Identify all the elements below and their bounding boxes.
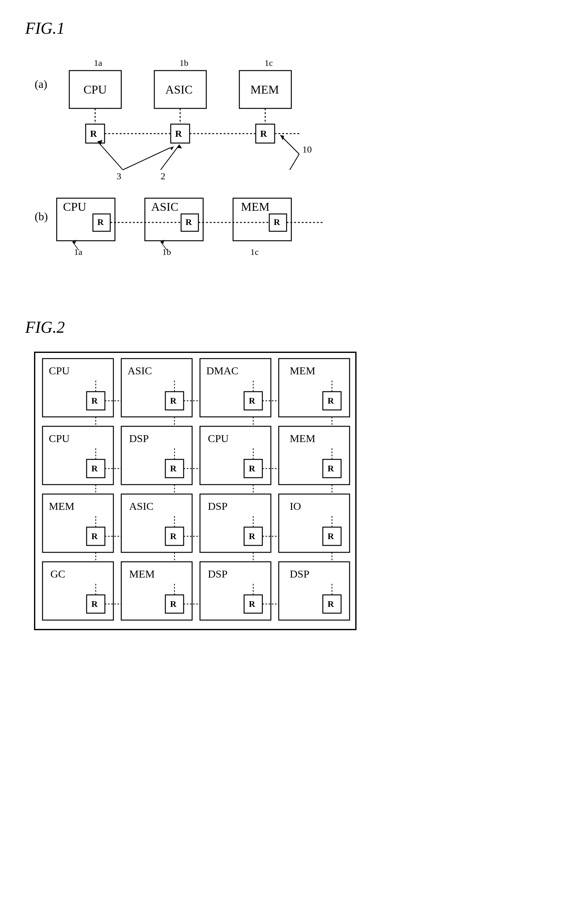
label-3-0: GC (51, 568, 65, 580)
r-label-2-3: R (327, 531, 334, 541)
label-2-2: DSP (208, 500, 227, 512)
label-0-0: CPU (49, 365, 70, 377)
arrow-3-head2 (170, 146, 174, 150)
fig1: FIG.1 (a) 1a 1b 1c CPU ASIC MEM R R (25, 19, 563, 293)
arrow-3-line1 (98, 141, 123, 170)
label-1b-bottom: 1b (162, 247, 171, 257)
label-2-0: MEM (49, 500, 74, 512)
fig2-title: FIG.2 (25, 318, 563, 337)
r-label-1-2: R (249, 463, 255, 473)
asic-label-a: ASIC (165, 83, 193, 96)
fig1-diagram: (a) 1a 1b 1c CPU ASIC MEM R R R (25, 47, 403, 293)
label-0-2: DMAC (206, 365, 238, 377)
label-1-2: CPU (208, 433, 229, 444)
arrow-2-line (161, 145, 180, 170)
r-label-3-1: R (170, 599, 177, 609)
fig1-title: FIG.1 (25, 19, 563, 37)
label-3-3: DSP (290, 568, 309, 580)
label-2-3: IO (290, 500, 301, 512)
label-0-3: MEM (290, 365, 315, 377)
fig2: FIG.2 CPU R ASIC R DMAC R (25, 318, 563, 636)
r-label-3-3: R (327, 599, 334, 609)
r-mem-label-b: R (274, 217, 280, 227)
r-label-3-2: R (249, 599, 255, 609)
r-cpu-label-a: R (90, 128, 97, 138)
label-1-3: MEM (290, 433, 315, 444)
label-0-1: ASIC (127, 365, 152, 377)
r-label-0-0: R (91, 396, 98, 406)
label-1-1: DSP (129, 433, 149, 444)
label-1b-top: 1b (180, 58, 188, 68)
label-1c-top: 1c (264, 58, 273, 68)
r-label-2-1: R (170, 531, 177, 541)
fig2-diagram: CPU R ASIC R DMAC R MEM R (25, 346, 372, 636)
label-10: 10 (302, 144, 312, 154)
r-asic-label-b: R (186, 217, 192, 227)
label-2: 2 (161, 171, 165, 181)
asic-label-b: ASIC (151, 200, 178, 213)
r-mem-label-a: R (260, 128, 267, 138)
r-label-3-0: R (91, 599, 98, 609)
r-cpu-label-b: R (97, 217, 104, 227)
arrow-10-head1 (280, 135, 284, 140)
r-label-1-0: R (91, 463, 98, 473)
r-label-2-0: R (91, 531, 98, 541)
r-label-1-1: R (170, 463, 177, 473)
arrow-10-line2 (290, 154, 299, 170)
label-2-1: ASIC (129, 500, 154, 512)
r-label-0-3: R (327, 396, 334, 406)
r-asic-label-a: R (175, 128, 182, 138)
r-label-0-1: R (170, 396, 177, 406)
label-3: 3 (117, 171, 121, 181)
label-3-1: MEM (129, 568, 155, 580)
fig1-section-b-label: (b) (35, 210, 48, 223)
label-1-0: CPU (49, 433, 70, 444)
cpu-label-a: CPU (83, 83, 107, 96)
mem-label-a: MEM (250, 83, 279, 96)
label-3-2: DSP (208, 568, 227, 580)
cpu-label-b: CPU (63, 200, 86, 213)
mem-label-b: MEM (241, 200, 270, 213)
fig1-section-a-label: (a) (35, 78, 47, 91)
r-label-2-2: R (249, 531, 255, 541)
label-1a-bottom: 1a (74, 247, 83, 257)
r-label-0-2: R (249, 396, 255, 406)
r-label-1-3: R (327, 463, 334, 473)
label-1c-bottom: 1c (250, 247, 259, 257)
label-1a-top: 1a (94, 58, 102, 68)
